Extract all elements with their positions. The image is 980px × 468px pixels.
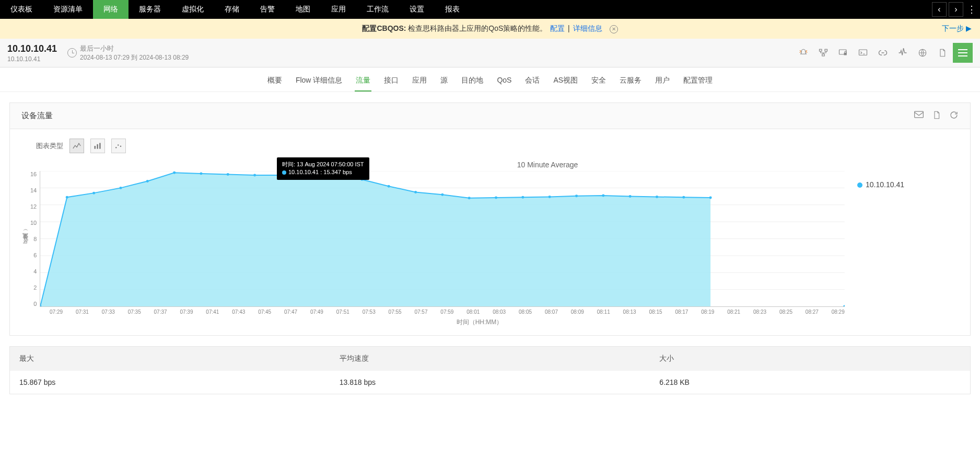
page-title: 10.10.10.41 [7, 43, 57, 54]
svg-point-36 [388, 185, 390, 188]
chart-xlabel: 时间（HH:MM） [20, 315, 939, 330]
subtab-3[interactable]: 接口 [383, 74, 400, 92]
topnav-item-6[interactable]: 告警 [250, 0, 285, 19]
chart-title: 10 Minute Average [156, 159, 939, 171]
alert-icon[interactable] [798, 49, 809, 57]
refresh-icon[interactable] [949, 110, 959, 121]
page-header: 10.10.10.41 10.10.10.41 最后一小时 2024-08-13… [0, 39, 980, 67]
svg-point-30 [227, 173, 229, 176]
subtab-9[interactable]: AS视图 [552, 74, 579, 92]
pdf-icon[interactable] [937, 49, 948, 57]
summary-header-0: 最大 [10, 347, 330, 371]
subtab-11[interactable]: 云服务 [619, 74, 643, 92]
subtab-1[interactable]: Flow 详细信息 [295, 74, 343, 92]
page-subtitle: 10.10.10.41 [7, 55, 57, 63]
topnav-item-10[interactable]: 设置 [399, 0, 435, 19]
svg-point-43 [575, 195, 578, 197]
svg-point-31 [253, 174, 256, 177]
subtab-13[interactable]: 配置管理 [682, 74, 714, 92]
globe-icon[interactable] [917, 49, 928, 57]
svg-rect-10 [99, 143, 100, 149]
subtab-12[interactable]: 用户 [654, 74, 671, 92]
banner-text: 检查思科路由器上应用的QoS策略的性能。 [406, 24, 547, 32]
summary-header-2: 大小 [650, 347, 970, 371]
top-nav: 仪表板资源清单网络服务器虚拟化存储告警地图应用工作流设置报表 ‹ › ⋮ [0, 0, 980, 19]
subtab-5[interactable]: 源 [439, 74, 449, 92]
nav-next-button[interactable]: › [949, 2, 963, 17]
banner-detail-link[interactable]: 详细信息 [573, 24, 602, 32]
svg-point-24 [66, 196, 68, 199]
svg-point-37 [414, 191, 417, 193]
svg-point-44 [602, 194, 605, 197]
chart-type-line-button[interactable] [69, 139, 84, 153]
chart-type-bar-button[interactable] [90, 139, 105, 153]
time-range-label: 最后一小时 [80, 44, 189, 53]
subtab-4[interactable]: 应用 [411, 74, 428, 92]
subtab-6[interactable]: 目的地 [460, 74, 484, 92]
chart-legend: 10.10.10.41 [845, 171, 939, 307]
summary-header-1: 平均速度 [330, 347, 650, 371]
subtab-8[interactable]: 会话 [524, 74, 541, 92]
svg-point-40 [495, 197, 497, 199]
svg-rect-2 [822, 54, 825, 56]
topnav-item-1[interactable]: 资源清单 [43, 0, 93, 19]
svg-point-47 [683, 196, 685, 199]
mail-icon[interactable] [914, 110, 924, 121]
time-range-value: 2024-08-13 07:29 到 2024-08-13 08:29 [80, 53, 189, 62]
svg-rect-1 [825, 49, 827, 51]
banner-close-icon[interactable]: ✕ [610, 25, 618, 33]
svg-rect-4 [844, 53, 847, 55]
summary-cell-2: 6.218 KB [650, 371, 970, 394]
chart-type-scatter-button[interactable] [111, 139, 126, 153]
svg-point-42 [549, 196, 551, 198]
svg-rect-7 [915, 111, 924, 118]
svg-point-12 [118, 144, 119, 145]
panel-title: 设备流量 [21, 111, 53, 121]
svg-rect-9 [97, 144, 98, 149]
clock-icon [67, 48, 77, 58]
traffic-panel: 设备流量 图表类型 10 Minute Average 时间: 13 A [9, 102, 971, 336]
topnav-item-8[interactable]: 应用 [321, 0, 356, 19]
chart-plotarea[interactable] [40, 171, 845, 307]
topnav-item-3[interactable]: 服务器 [129, 0, 171, 19]
svg-point-29 [200, 172, 203, 175]
topnav-item-5[interactable]: 存储 [214, 0, 250, 19]
chart-xaxis: 07:2907:3107:3307:3507:3707:3907:4107:43… [50, 307, 845, 315]
nav-more-button[interactable]: ⋮ [963, 4, 980, 15]
banner-config-link[interactable]: 配置 [550, 24, 565, 32]
topnav-item-4[interactable]: 虚拟化 [171, 0, 214, 19]
subtab-2[interactable]: 流量 [355, 74, 371, 92]
svg-point-13 [120, 146, 121, 147]
topnav-item-2[interactable]: 网络 [93, 0, 129, 19]
subtab-0[interactable]: 概要 [266, 74, 283, 92]
topnav-item-11[interactable]: 报表 [435, 0, 470, 19]
chart-ylabel: 流量（bps） [20, 171, 30, 307]
svg-point-45 [629, 195, 632, 198]
hamburger-menu-button[interactable] [953, 43, 973, 63]
subtab-10[interactable]: 安全 [590, 74, 607, 92]
chart-yaxis: 1614121086420 [30, 171, 40, 307]
svg-point-27 [146, 180, 149, 182]
pulse-icon[interactable] [897, 49, 908, 57]
svg-point-49 [844, 305, 845, 306]
svg-point-41 [522, 196, 524, 199]
topnav-item-7[interactable]: 地图 [285, 0, 321, 19]
svg-rect-5 [859, 50, 867, 55]
link-icon[interactable] [878, 49, 888, 57]
banner-prefix: 配置CBQOS: [362, 24, 406, 32]
svg-point-25 [92, 192, 95, 195]
topology-icon[interactable] [818, 49, 829, 57]
topnav-item-9[interactable]: 工作流 [356, 0, 399, 19]
sub-tabs: 概要Flow 详细信息流量接口应用源目的地QoS会话AS视图安全云服务用户配置管… [0, 67, 980, 92]
topnav-item-0[interactable]: 仪表板 [0, 0, 43, 19]
terminal-icon[interactable] [858, 49, 868, 57]
banner-next-button[interactable]: 下一步▶ [942, 24, 972, 33]
svg-rect-8 [95, 146, 96, 149]
nav-prev-button[interactable]: ‹ [932, 2, 947, 17]
pdf-export-icon[interactable] [932, 110, 941, 121]
svg-point-28 [173, 172, 176, 174]
subtab-7[interactable]: QoS [496, 74, 512, 92]
chart-tooltip: 时间: 13 Aug 2024 07:50:00 IST 10.10.10.41… [277, 157, 369, 180]
monitor-lock-icon[interactable] [838, 49, 848, 57]
svg-point-39 [468, 197, 471, 199]
